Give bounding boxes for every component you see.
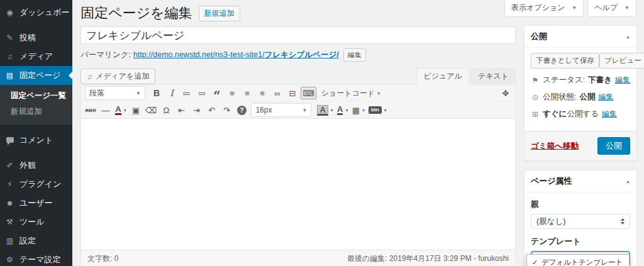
sidebar-item-pages[interactable]: ▤ 固定ページ [0,66,72,85]
add-media-button[interactable]: ♫ メディアを追加 [80,69,155,84]
tab-visual[interactable]: ビジュアル [416,68,469,85]
sidebar-item-label: メディア [19,51,53,62]
sidebar-item-label: 投稿 [19,32,36,43]
visibility-value: 公開 [579,92,595,103]
pushpin-icon: ⚑ [531,76,540,85]
indent-button[interactable]: ⇥ [189,104,203,116]
chevron-down-icon: ▾ [362,108,365,113]
parent-select[interactable]: (親なし) [531,214,630,229]
last-edited: 最後の編集: 2019年4月17日 3:29 PM - furukoshi [347,253,509,264]
horizontal-rule-button[interactable]: — [99,104,113,116]
strikethrough-button[interactable]: ABC [84,104,97,116]
sidebar-item-label: 固定ページ [19,70,61,81]
parent-select-value: (親なし) [536,216,565,227]
move-to-trash-link[interactable]: ゴミ箱へ移動 [531,141,579,152]
collapse-toggle-icon[interactable]: ▲ [626,179,630,184]
help-icon-button[interactable]: ? [235,104,248,116]
chevron-down-icon: ▾ [345,108,348,113]
edit-schedule-link[interactable]: 編集 [602,109,617,119]
sidebar-item-label: ユーザー [19,197,53,209]
paragraph-format-select[interactable]: 段落 ▼ [85,86,145,100]
sidebar-item-comments[interactable]: コメント [0,131,72,150]
toolbar-toggle-button[interactable]: ⌨ [301,87,316,99]
submenu-item-pages-list[interactable]: 固定ページ一覧 [0,88,72,104]
status-row: ⚑ ステータス: 下書き 編集 [531,75,630,86]
bold-button[interactable]: B [150,87,164,99]
sidebar-item-label: 外観 [19,160,36,171]
page-attributes-panel: ページ属性 ▲ 親 (親なし) テンプレート ✓ デフォルトテンプレート [524,170,637,266]
outdent-button[interactable]: ⇤ [174,104,188,116]
collapse-toggle-icon[interactable]: ▲ [626,35,630,39]
publish-panel: 公開 ▲ 下書きとして保存 プレビュー ⚑ ステータス: 下書き 編集 ⊙ 公開… [524,25,637,161]
editor-status-bar: 文字数: 0 最後の編集: 2019年4月17日 3:29 PM - furuk… [81,250,515,266]
submenu-item-add-new[interactable]: 新規追加 [0,104,72,119]
chevron-down-icon: ▼ [625,5,630,11]
permalink-label: パーマリンク: [80,50,131,60]
right-sidebar: 公開 ▲ 下書きとして保存 プレビュー ⚑ ステータス: 下書き 編集 ⊙ 公開… [524,25,637,266]
paste-as-text-button[interactable]: ▣ [129,104,143,116]
sidebar-item-media[interactable]: ♫ メディア [0,47,72,66]
ordered-list-button[interactable]: ≕ [195,87,209,99]
italic-button[interactable]: I [165,87,179,99]
shortcode-dropdown[interactable]: ショートコード ▾ [321,88,380,99]
page-attributes-header[interactable]: ページ属性 ▲ [525,170,636,192]
permalink-link[interactable]: http://demo.newstd.net/ns3-test-site1/フレ… [133,50,339,60]
sidebar-item-users[interactable]: ☻ ユーザー [0,194,72,213]
visibility-row: ⊙ 公開状態: 公開 編集 [531,92,630,103]
brush-icon: ✐ [5,161,14,170]
underline-color-button[interactable]: A▾ [336,104,350,116]
admin-sidebar: ◉ ダッシュボード ✎ 投稿 ♫ メディア ▤ 固定ページ 固定ページ一覧 新規… [0,0,72,266]
screen-options-label: 表示オプション [511,3,565,13]
publish-button[interactable]: 公開 [597,137,630,155]
font-size-select[interactable]: 16px ▼ [251,103,311,117]
sidebar-item-plugins[interactable]: ⚡ プラグイン [0,175,72,194]
editor-content-area[interactable] [81,119,515,250]
screen-options-button[interactable]: 表示オプション ▼ [504,0,584,17]
align-center-button[interactable]: ≡ [240,87,254,99]
fullscreen-button[interactable]: ✥ [499,87,513,99]
post-title-input[interactable] [80,26,516,44]
edit-status-link[interactable]: 編集 [615,75,630,86]
media-icon: ♫ [5,52,14,61]
add-new-page-button[interactable]: 新規追加 [199,6,240,21]
redo-button[interactable]: ↷ [219,104,233,116]
button-shortcode-button[interactable]: btn▾ [367,104,387,116]
chevron-down-icon: ▾ [331,108,333,113]
chevron-down-icon: ▼ [572,5,577,11]
undo-button[interactable]: ↶ [204,104,218,116]
chevron-down-icon: ▾ [124,108,126,113]
bullet-list-button[interactable]: ≔ [180,87,194,99]
plug-icon: ⚡ [5,180,14,189]
highlight-color-button[interactable]: A▾ [316,104,334,116]
align-right-button[interactable]: ≡ [255,87,269,99]
sidebar-item-appearance[interactable]: ✐ 外観 [0,156,72,175]
sidebar-item-posts[interactable]: ✎ 投稿 [0,28,72,47]
insert-link-button[interactable]: ∞ [270,87,284,99]
tools-icon: ⚒ [5,218,14,226]
sidebar-item-theme-settings[interactable]: ⚙ テーマ設定 [0,250,72,266]
table-button[interactable]: ▦▾ [351,104,366,116]
tab-text[interactable]: テキスト [471,68,516,85]
text-color-button[interactable]: A▾ [114,104,128,116]
edit-permalink-button[interactable]: 編集 [343,48,366,62]
read-more-button[interactable]: ⊟ [286,87,299,99]
schedule-row: ⊞ すぐに公開する 編集 [531,109,630,119]
sidebar-item-tools[interactable]: ⚒ ツール [0,213,72,231]
sidebar-item-settings[interactable]: ▥ 設定 [0,231,72,250]
help-label: ヘルプ [594,3,618,13]
paragraph-format-value: 段落 [89,88,104,99]
align-left-button[interactable]: ≡ [225,87,239,99]
clear-formatting-button[interactable]: ⌫ [144,104,158,116]
sidebar-item-label: ダッシュボード [19,7,78,18]
sidebar-item-dashboard[interactable]: ◉ ダッシュボード [0,3,72,22]
sidebar-item-label: プラグイン [19,179,62,190]
save-draft-button[interactable]: 下書きとして保存 [531,53,599,69]
sidebar-item-label: テーマ設定 [19,254,61,265]
edit-visibility-link[interactable]: 編集 [598,92,613,103]
blockquote-button[interactable]: “ [210,87,224,99]
preview-button[interactable]: プレビュー [599,53,644,69]
special-char-button[interactable]: Ω [159,104,173,116]
help-button[interactable]: ヘルプ ▼ [587,0,636,17]
publish-panel-header[interactable]: 公開 ▲ [525,26,636,48]
dropdown-option-default-template[interactable]: ✓ デフォルトテンプレート [527,257,629,266]
